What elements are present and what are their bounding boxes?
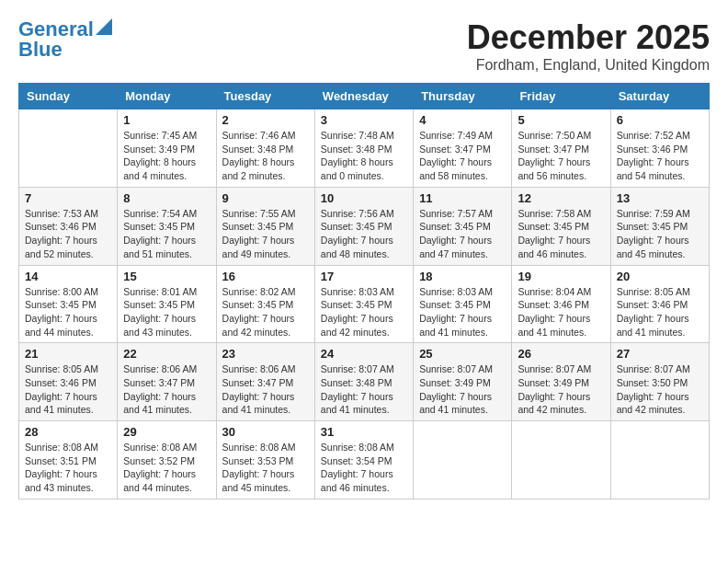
- calendar-cell: 5Sunrise: 7:50 AM Sunset: 3:47 PM Daylig…: [512, 109, 610, 188]
- day-info: Sunrise: 8:08 AM Sunset: 3:52 PM Dayligh…: [123, 441, 210, 495]
- day-info: Sunrise: 7:55 AM Sunset: 3:45 PM Dayligh…: [222, 207, 309, 261]
- day-number: 17: [321, 270, 407, 283]
- day-number: 30: [222, 425, 309, 439]
- calendar-cell: 25Sunrise: 8:07 AM Sunset: 3:49 PM Dayli…: [414, 343, 512, 421]
- page-header: General Blue December 2025 Fordham, Engl…: [18, 18, 710, 74]
- day-number: 9: [222, 191, 309, 205]
- calendar-cell: 24Sunrise: 8:07 AM Sunset: 3:48 PM Dayli…: [314, 343, 413, 421]
- month-title: December 2025: [467, 18, 710, 57]
- weekday-header-sunday: Sunday: [19, 84, 118, 109]
- day-info: Sunrise: 8:08 AM Sunset: 3:53 PM Dayligh…: [222, 441, 309, 495]
- logo-icon: [96, 18, 112, 35]
- day-number: 12: [518, 191, 604, 205]
- day-info: Sunrise: 7:45 AM Sunset: 3:49 PM Dayligh…: [123, 129, 210, 183]
- title-block: December 2025 Fordham, England, United K…: [467, 18, 710, 74]
- calendar-cell: 9Sunrise: 7:55 AM Sunset: 3:45 PM Daylig…: [216, 187, 314, 265]
- day-number: 3: [321, 113, 407, 127]
- day-number: 7: [25, 191, 111, 205]
- day-info: Sunrise: 8:03 AM Sunset: 3:45 PM Dayligh…: [321, 285, 407, 339]
- day-info: Sunrise: 8:03 AM Sunset: 3:45 PM Dayligh…: [419, 285, 506, 339]
- day-info: Sunrise: 7:52 AM Sunset: 3:46 PM Dayligh…: [617, 129, 703, 183]
- day-info: Sunrise: 7:56 AM Sunset: 3:45 PM Dayligh…: [321, 207, 407, 261]
- calendar-week-row: 1Sunrise: 7:45 AM Sunset: 3:49 PM Daylig…: [19, 109, 710, 188]
- day-info: Sunrise: 7:53 AM Sunset: 3:46 PM Dayligh…: [25, 207, 111, 261]
- day-number: 27: [617, 347, 703, 361]
- day-number: 18: [419, 270, 506, 283]
- calendar-cell: 1Sunrise: 7:45 AM Sunset: 3:49 PM Daylig…: [118, 109, 216, 188]
- day-info: Sunrise: 8:07 AM Sunset: 3:48 PM Dayligh…: [321, 362, 407, 417]
- day-number: 6: [617, 113, 703, 127]
- day-number: 11: [419, 191, 506, 205]
- calendar-cell: 10Sunrise: 7:56 AM Sunset: 3:45 PM Dayli…: [314, 187, 413, 265]
- calendar-cell: 30Sunrise: 8:08 AM Sunset: 3:53 PM Dayli…: [216, 421, 314, 500]
- calendar-cell: 27Sunrise: 8:07 AM Sunset: 3:50 PM Dayli…: [610, 343, 709, 421]
- day-info: Sunrise: 8:06 AM Sunset: 3:47 PM Dayligh…: [123, 362, 210, 417]
- calendar-cell: 21Sunrise: 8:05 AM Sunset: 3:46 PM Dayli…: [19, 343, 118, 421]
- day-number: 21: [25, 347, 111, 361]
- weekday-header-thursday: Thursday: [414, 84, 512, 109]
- calendar-cell: 13Sunrise: 7:59 AM Sunset: 3:45 PM Dayli…: [610, 187, 709, 265]
- day-number: 8: [123, 191, 210, 205]
- day-info: Sunrise: 7:46 AM Sunset: 3:48 PM Dayligh…: [222, 129, 309, 183]
- calendar-cell: 17Sunrise: 8:03 AM Sunset: 3:45 PM Dayli…: [314, 265, 413, 343]
- day-info: Sunrise: 7:58 AM Sunset: 3:45 PM Dayligh…: [518, 207, 604, 261]
- day-info: Sunrise: 7:59 AM Sunset: 3:45 PM Dayligh…: [617, 207, 703, 261]
- day-info: Sunrise: 8:04 AM Sunset: 3:46 PM Dayligh…: [518, 285, 604, 339]
- calendar-cell: 20Sunrise: 8:05 AM Sunset: 3:46 PM Dayli…: [610, 265, 709, 343]
- logo: General Blue: [18, 18, 112, 61]
- calendar-cell: 7Sunrise: 7:53 AM Sunset: 3:46 PM Daylig…: [19, 187, 118, 265]
- day-info: Sunrise: 8:05 AM Sunset: 3:46 PM Dayligh…: [617, 285, 703, 339]
- day-number: 13: [617, 191, 703, 205]
- calendar-cell: 28Sunrise: 8:08 AM Sunset: 3:51 PM Dayli…: [19, 421, 118, 500]
- day-number: 15: [123, 270, 210, 283]
- day-number: 19: [518, 270, 604, 283]
- weekday-header-saturday: Saturday: [610, 84, 709, 109]
- weekday-header-monday: Monday: [118, 84, 216, 109]
- calendar-cell: 11Sunrise: 7:57 AM Sunset: 3:45 PM Dayli…: [414, 187, 512, 265]
- day-number: 29: [123, 425, 210, 439]
- calendar-cell: 16Sunrise: 8:02 AM Sunset: 3:45 PM Dayli…: [216, 265, 314, 343]
- day-number: 10: [321, 191, 407, 205]
- day-number: 1: [123, 113, 210, 127]
- day-info: Sunrise: 8:08 AM Sunset: 3:54 PM Dayligh…: [321, 441, 407, 495]
- day-number: 22: [123, 347, 210, 361]
- calendar-cell: 3Sunrise: 7:48 AM Sunset: 3:48 PM Daylig…: [314, 109, 413, 188]
- calendar-cell: [610, 421, 709, 500]
- day-info: Sunrise: 8:08 AM Sunset: 3:51 PM Dayligh…: [25, 441, 111, 495]
- weekday-header-row: SundayMondayTuesdayWednesdayThursdayFrid…: [19, 84, 710, 109]
- day-info: Sunrise: 8:00 AM Sunset: 3:45 PM Dayligh…: [25, 285, 111, 339]
- day-info: Sunrise: 8:05 AM Sunset: 3:46 PM Dayligh…: [25, 362, 111, 417]
- day-info: Sunrise: 7:54 AM Sunset: 3:45 PM Dayligh…: [123, 207, 210, 261]
- day-number: 28: [25, 425, 111, 439]
- day-info: Sunrise: 7:57 AM Sunset: 3:45 PM Dayligh…: [419, 207, 506, 261]
- day-number: 24: [321, 347, 407, 361]
- svg-marker-0: [96, 18, 112, 35]
- calendar-cell: 14Sunrise: 8:00 AM Sunset: 3:45 PM Dayli…: [19, 265, 118, 343]
- calendar-cell: 29Sunrise: 8:08 AM Sunset: 3:52 PM Dayli…: [118, 421, 216, 500]
- calendar-week-row: 21Sunrise: 8:05 AM Sunset: 3:46 PM Dayli…: [19, 343, 710, 421]
- day-info: Sunrise: 8:07 AM Sunset: 3:49 PM Dayligh…: [518, 362, 604, 417]
- calendar-cell: 31Sunrise: 8:08 AM Sunset: 3:54 PM Dayli…: [314, 421, 413, 500]
- calendar-cell: 12Sunrise: 7:58 AM Sunset: 3:45 PM Dayli…: [512, 187, 610, 265]
- day-number: 23: [222, 347, 309, 361]
- calendar-week-row: 14Sunrise: 8:00 AM Sunset: 3:45 PM Dayli…: [19, 265, 710, 343]
- calendar-week-row: 28Sunrise: 8:08 AM Sunset: 3:51 PM Dayli…: [19, 421, 710, 500]
- calendar-cell: 22Sunrise: 8:06 AM Sunset: 3:47 PM Dayli…: [118, 343, 216, 421]
- day-number: 14: [25, 270, 111, 283]
- logo-text-blue: Blue: [18, 39, 63, 61]
- day-number: 16: [222, 270, 309, 283]
- weekday-header-tuesday: Tuesday: [216, 84, 314, 109]
- calendar-cell: 18Sunrise: 8:03 AM Sunset: 3:45 PM Dayli…: [414, 265, 512, 343]
- day-info: Sunrise: 8:07 AM Sunset: 3:49 PM Dayligh…: [419, 362, 506, 417]
- calendar-cell: 8Sunrise: 7:54 AM Sunset: 3:45 PM Daylig…: [118, 187, 216, 265]
- calendar-week-row: 7Sunrise: 7:53 AM Sunset: 3:46 PM Daylig…: [19, 187, 710, 265]
- calendar-cell: [512, 421, 610, 500]
- day-info: Sunrise: 7:50 AM Sunset: 3:47 PM Dayligh…: [518, 129, 604, 183]
- calendar-cell: 2Sunrise: 7:46 AM Sunset: 3:48 PM Daylig…: [216, 109, 314, 188]
- day-number: 31: [321, 425, 407, 439]
- day-number: 4: [419, 113, 506, 127]
- calendar-cell: [19, 109, 118, 188]
- day-info: Sunrise: 8:01 AM Sunset: 3:45 PM Dayligh…: [123, 285, 210, 339]
- day-info: Sunrise: 8:02 AM Sunset: 3:45 PM Dayligh…: [222, 285, 309, 339]
- day-number: 2: [222, 113, 309, 127]
